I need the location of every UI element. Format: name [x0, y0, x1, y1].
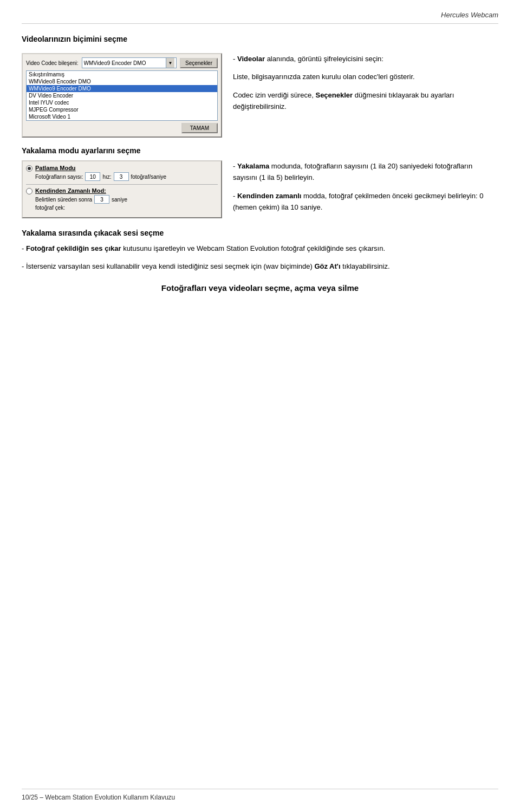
burst-content: Patlama Modu Fotoğrafların sayısı: hız: … — [35, 165, 218, 181]
list-item[interactable]: WMVideo9 Encoder DMO — [27, 85, 217, 92]
section1-content: Video Codec bileşeni: WMVideo9 Encoder D… — [22, 53, 498, 138]
section3-text2-before: - İsterseniz varsayılan sesi kullanabili… — [22, 262, 314, 270]
kendinden-bold: Kendinden zamanlı — [237, 192, 301, 200]
section1-para3: Codec izin verdiği sürece, Seçenekler dü… — [233, 89, 498, 113]
timed-label2: fotoğraf çek: — [35, 205, 65, 211]
codec-dropdown[interactable]: WMVideo9 Encoder DMO ▼ — [82, 57, 177, 68]
page-footer: 10/25 – Webcam Station Evolution Kullanı… — [22, 789, 498, 801]
codec-row: Video Codec bileşeni: WMVideo9 Encoder D… — [26, 57, 218, 68]
section2-screenshot: Patlama Modu Fotoğrafların sayısı: hız: … — [22, 160, 222, 220]
codec-dropdown-arrow[interactable]: ▼ — [166, 58, 174, 68]
section2-heading: Yakalama modu ayarlarını seçme — [22, 146, 498, 155]
fotograf-ses-bold: Fotoğraf çekildiğin ses çıkar — [26, 244, 121, 252]
tamam-button[interactable]: TAMAM — [181, 123, 218, 133]
section2-para1: - Yakalama modunda, fotoğrafların sayısı… — [233, 160, 498, 184]
burst-unit-label: fotoğraf/saniye — [131, 174, 167, 180]
timed-radio[interactable] — [26, 188, 32, 194]
page-header: Hercules Webcam — [22, 11, 498, 24]
timed-saniye-label: saniye — [112, 197, 127, 203]
seçenekler-bold: Seçenekler — [315, 91, 353, 99]
dash3: - — [233, 192, 237, 200]
timed-label1: Belirtilen süreden sonra — [35, 197, 92, 203]
section3-para1: - Fotoğraf çekildiğin ses çıkar kutusunu… — [22, 243, 498, 254]
fotograf-ses-rest: kutusunu işaretleyin ve Webcam Station E… — [121, 244, 386, 252]
timed-row2: fotoğraf çek: — [35, 205, 218, 211]
codec-listbox: Sıkıştırılmamış WMVideo8 Encoder DMO WMV… — [26, 70, 218, 121]
seçenekler-button[interactable]: Seçenekler — [180, 58, 218, 68]
burst-count-input[interactable] — [85, 172, 100, 181]
dash2: - — [233, 162, 237, 170]
video-codec-dialog: Video Codec bileşeni: WMVideo9 Encoder D… — [22, 53, 222, 138]
list-item[interactable]: Intel IYUV codec — [27, 99, 217, 106]
goz-at-bold: Göz At'ı — [314, 262, 340, 270]
section2-text: - Yakalama modunda, fotoğrafların sayısı… — [233, 160, 498, 220]
capture-mode-box: Patlama Modu Fotoğrafların sayısı: hız: … — [22, 160, 222, 218]
list-item[interactable]: WMVideo8 Encoder DMO — [27, 78, 217, 85]
burst-radio[interactable] — [26, 165, 32, 172]
burst-count-label: Fotoğrafların sayısı: — [35, 174, 83, 180]
cap-divider — [26, 184, 218, 185]
section1-text: - Videolar alanında, görüntü şifreleyici… — [233, 53, 498, 138]
yakalama-bold: Yakalama — [237, 162, 269, 170]
section1-text3-before: Codec izin verdiği sürece, — [233, 91, 315, 99]
list-item[interactable]: MJPEG Compressor — [27, 106, 217, 113]
burst-hz-label: hız: — [102, 174, 111, 180]
burst-radio-dot — [28, 167, 31, 170]
burst-mode-title: Patlama Modu — [35, 165, 218, 171]
page-container: Hercules Webcam Videolarınızın biçimini … — [0, 0, 520, 812]
codec-label: Video Codec bileşeni: — [26, 60, 79, 66]
header-title: Hercules Webcam — [441, 11, 498, 19]
list-item[interactable]: Sıkıştırılmamış — [27, 71, 217, 78]
timed-input[interactable] — [94, 195, 109, 204]
timed-fields: Belirtilen süreden sonra saniye — [35, 195, 218, 204]
goz-at-rest: tıklayabilirsiniz. — [341, 262, 390, 270]
section1-para2: Liste, bilgisayarınızda zaten kurulu ola… — [233, 71, 498, 82]
section3-para2: - İsterseniz varsayılan sesi kullanabili… — [22, 261, 498, 272]
section3-heading: Yakalama sırasında çıkacak sesi seçme — [22, 229, 498, 237]
videolar-bold: Videolar — [237, 55, 265, 63]
timed-content: Kendinden Zamanlı Mod: Belirtilen sürede… — [35, 187, 218, 211]
section1-screenshot: Video Codec bileşeni: WMVideo9 Encoder D… — [22, 53, 222, 138]
burst-hz-input[interactable] — [114, 172, 129, 181]
burst-mode-row: Patlama Modu Fotoğrafların sayısı: hız: … — [26, 165, 218, 181]
timed-mode-row: Kendinden Zamanlı Mod: Belirtilen sürede… — [26, 187, 218, 211]
codec-dropdown-value: WMVideo9 Encoder DMO — [84, 60, 166, 66]
section4-heading: Fotoğrafları veya videoları seçme, açma … — [22, 283, 498, 293]
section1-text1-rest: alanında, görüntü şifreleyicisini seçin: — [265, 55, 384, 63]
footer-text: 10/25 – Webcam Station Evolution Kullanı… — [22, 794, 175, 801]
list-item[interactable]: Microsoft Video 1 — [27, 113, 217, 120]
dash1: - — [233, 55, 237, 63]
burst-fields: Fotoğrafların sayısı: hız: fotoğraf/sani… — [35, 172, 218, 181]
section2-para2: - Kendinden zamanlı modda, fotoğraf çeki… — [233, 190, 498, 213]
ok-row: TAMAM — [26, 123, 218, 133]
section2-content: Patlama Modu Fotoğrafların sayısı: hız: … — [22, 160, 498, 220]
section1-para1: - Videolar alanında, görüntü şifreleyici… — [233, 53, 498, 64]
timed-mode-title: Kendinden Zamanlı Mod: — [35, 187, 218, 194]
list-item[interactable]: DV Video Encoder — [27, 92, 217, 99]
yakalama-rest: modunda, fotoğrafların sayısını (1 ila 2… — [233, 162, 472, 181]
section1-heading: Videolarınızın biçimini seçme — [22, 35, 498, 43]
dash4: - — [22, 244, 26, 252]
